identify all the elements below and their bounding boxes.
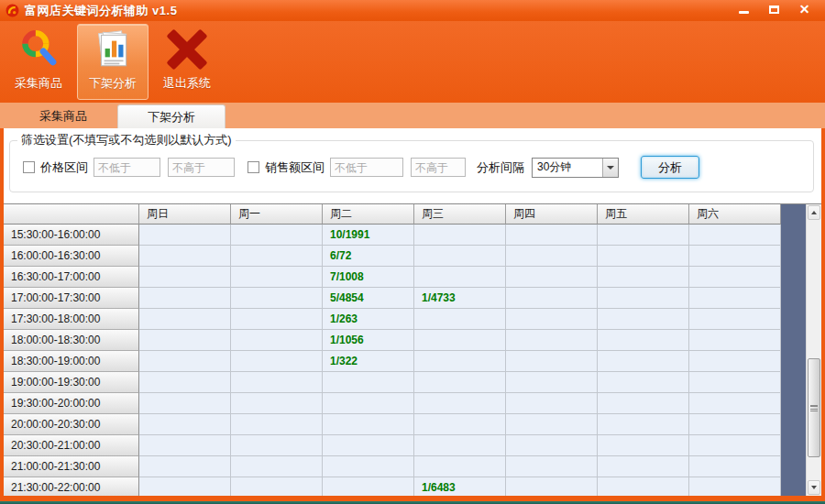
- tab-collect[interactable]: 采集商品: [9, 104, 117, 128]
- row-header-time[interactable]: 18:00:00-18:30:00: [4, 330, 139, 351]
- data-cell[interactable]: [506, 414, 598, 435]
- row-header-time[interactable]: 21:00:00-21:30:00: [4, 456, 139, 477]
- data-cell[interactable]: [689, 288, 781, 309]
- maximize-button[interactable]: [761, 1, 787, 17]
- data-cell[interactable]: [506, 435, 598, 456]
- data-cell[interactable]: [231, 477, 323, 496]
- data-cell[interactable]: [689, 372, 781, 393]
- sales-min-input[interactable]: [330, 158, 403, 177]
- toolbar-button-analysis[interactable]: 下架分析: [77, 24, 148, 100]
- data-cell[interactable]: [139, 246, 231, 267]
- price-min-input[interactable]: [94, 158, 160, 177]
- data-cell[interactable]: [231, 372, 323, 393]
- toolbar-button-exit[interactable]: 退出系统: [151, 24, 223, 100]
- data-cell[interactable]: [506, 456, 598, 477]
- row-header-time[interactable]: 19:00:00-19:30:00: [4, 372, 139, 393]
- column-header-周四[interactable]: 周四: [506, 204, 598, 225]
- data-cell[interactable]: [689, 309, 781, 330]
- data-cell[interactable]: [506, 372, 598, 393]
- data-cell[interactable]: [414, 414, 506, 435]
- data-cell[interactable]: [414, 456, 506, 477]
- data-cell[interactable]: [139, 372, 231, 393]
- row-header-time[interactable]: 15:30:00-16:00:00: [4, 225, 139, 246]
- data-cell[interactable]: [139, 225, 231, 246]
- data-cell[interactable]: [414, 246, 506, 267]
- data-cell[interactable]: [689, 393, 781, 414]
- data-cell[interactable]: [414, 372, 506, 393]
- data-cell[interactable]: [414, 267, 506, 288]
- data-cell[interactable]: [689, 414, 781, 435]
- data-cell[interactable]: [598, 477, 689, 496]
- data-cell[interactable]: [139, 309, 231, 330]
- data-cell[interactable]: [139, 477, 231, 496]
- data-cell[interactable]: [689, 330, 781, 351]
- data-cell[interactable]: [689, 267, 781, 288]
- data-cell[interactable]: [323, 435, 414, 456]
- data-cell[interactable]: 6/72: [323, 246, 414, 267]
- data-cell[interactable]: [231, 351, 323, 372]
- row-header-time[interactable]: 16:00:00-16:30:00: [4, 246, 139, 267]
- row-header-time[interactable]: 19:30:00-20:00:00: [4, 393, 139, 414]
- data-cell[interactable]: [139, 288, 231, 309]
- data-cell[interactable]: [231, 330, 323, 351]
- column-header-周三[interactable]: 周三: [414, 204, 506, 225]
- data-cell[interactable]: [414, 330, 506, 351]
- data-cell[interactable]: 1/6483: [414, 477, 506, 496]
- scroll-up-button[interactable]: [808, 205, 820, 220]
- row-header-time[interactable]: 17:30:00-18:00:00: [4, 309, 139, 330]
- data-cell[interactable]: [689, 435, 781, 456]
- scrollbar-thumb[interactable]: [808, 358, 820, 457]
- data-cell[interactable]: [231, 393, 323, 414]
- row-header-time[interactable]: 17:00:00-17:30:00: [4, 288, 139, 309]
- data-cell[interactable]: [598, 330, 689, 351]
- data-cell[interactable]: [323, 477, 414, 496]
- data-cell[interactable]: [231, 456, 323, 477]
- row-header-time[interactable]: 16:30:00-17:00:00: [4, 267, 139, 288]
- toolbar-button-collect[interactable]: 采集商品: [3, 24, 74, 100]
- interval-dropdown[interactable]: 30分钟: [532, 158, 619, 178]
- data-cell[interactable]: [139, 456, 231, 477]
- analyze-button[interactable]: 分析: [641, 156, 699, 179]
- data-cell[interactable]: [689, 225, 781, 246]
- data-cell[interactable]: [231, 288, 323, 309]
- table-corner-cell[interactable]: [4, 204, 139, 225]
- data-cell[interactable]: [231, 267, 323, 288]
- data-cell[interactable]: [323, 393, 414, 414]
- chevron-down-icon[interactable]: [602, 159, 618, 177]
- data-cell[interactable]: [598, 393, 689, 414]
- column-header-周六[interactable]: 周六: [689, 204, 781, 225]
- data-cell[interactable]: [231, 414, 323, 435]
- data-cell[interactable]: [414, 393, 506, 414]
- data-cell[interactable]: [598, 225, 689, 246]
- data-cell[interactable]: [506, 330, 598, 351]
- data-cell[interactable]: [139, 435, 231, 456]
- data-cell[interactable]: [598, 267, 689, 288]
- data-cell[interactable]: 1/1056: [323, 330, 414, 351]
- data-cell[interactable]: [598, 435, 689, 456]
- data-cell[interactable]: [231, 309, 323, 330]
- data-cell[interactable]: 1/263: [323, 309, 414, 330]
- column-header-周日[interactable]: 周日: [139, 204, 231, 225]
- sales-range-checkbox[interactable]: [248, 161, 259, 173]
- close-button[interactable]: ✕: [791, 1, 818, 17]
- data-cell[interactable]: [506, 309, 598, 330]
- data-cell[interactable]: [231, 225, 323, 246]
- row-header-time[interactable]: 20:00:00-20:30:00: [4, 414, 139, 435]
- data-cell[interactable]: [598, 456, 689, 477]
- minimize-button[interactable]: [731, 1, 757, 17]
- data-cell[interactable]: [139, 267, 231, 288]
- data-cell[interactable]: [231, 435, 323, 456]
- data-cell[interactable]: [689, 456, 781, 477]
- data-cell[interactable]: [139, 330, 231, 351]
- data-cell[interactable]: [598, 372, 689, 393]
- data-cell[interactable]: [323, 372, 414, 393]
- data-cell[interactable]: [506, 246, 598, 267]
- data-cell[interactable]: [139, 414, 231, 435]
- data-cell[interactable]: [598, 351, 689, 372]
- column-header-周二[interactable]: 周二: [323, 204, 414, 225]
- data-cell[interactable]: [414, 225, 506, 246]
- data-cell[interactable]: [506, 351, 598, 372]
- data-cell[interactable]: [506, 267, 598, 288]
- data-cell[interactable]: 1/4733: [414, 288, 506, 309]
- data-cell[interactable]: [689, 477, 781, 496]
